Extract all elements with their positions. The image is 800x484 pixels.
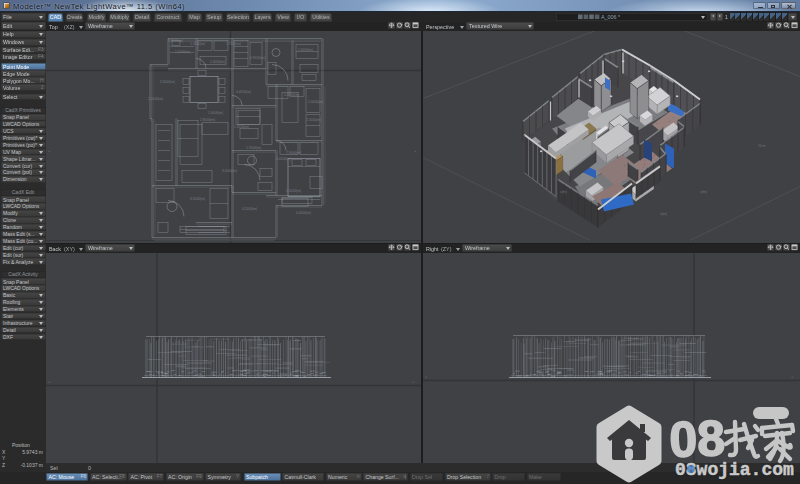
svg-text:c(m): c(m) (700, 189, 707, 193)
svg-text:2.2000(m): 2.2000(m) (148, 96, 163, 100)
svg-text:1.5000(m): 1.5000(m) (286, 188, 301, 192)
svg-text:1.3500(m): 1.3500(m) (190, 41, 205, 45)
svg-text:1.7000(m): 1.7000(m) (246, 145, 261, 149)
svg-text:4.4000(m): 4.4000(m) (284, 92, 299, 96)
svg-text:3.5000(m): 3.5000(m) (190, 196, 205, 200)
svg-text:c(m): c(m) (660, 211, 667, 215)
svg-text:4.4500(m): 4.4500(m) (236, 89, 251, 93)
svg-text:1.9000(m): 1.9000(m) (168, 38, 183, 42)
svg-text:0.9000(m): 0.9000(m) (250, 55, 265, 59)
svg-text:2.0000(m): 2.0000(m) (308, 99, 323, 103)
svg-text:1.3500(m): 1.3500(m) (234, 124, 249, 128)
svg-text:1.6000(m): 1.6000(m) (298, 47, 313, 51)
svg-text:4.4500(m): 4.4500(m) (276, 156, 291, 160)
svg-text:1.1000(m): 1.1000(m) (175, 49, 190, 53)
svg-text:2.8000(m): 2.8000(m) (200, 117, 215, 121)
svg-text:A_006 *: A_006 * (601, 14, 621, 20)
svg-text:4.2000(m): 4.2000(m) (242, 206, 257, 210)
svg-text:1.0000(m): 1.0000(m) (208, 110, 223, 114)
svg-text:2.5000(m): 2.5000(m) (306, 117, 321, 121)
svg-text:7.9000(m): 7.9000(m) (286, 150, 301, 154)
svg-text:2.4000(m): 2.4000(m) (210, 59, 225, 63)
svg-text:4.4000(m): 4.4000(m) (296, 210, 311, 214)
svg-text:3.3000(m): 3.3000(m) (160, 79, 175, 83)
svg-text:2.7000(m): 2.7000(m) (226, 41, 241, 45)
svg-text:3.0000(m): 3.0000(m) (222, 168, 237, 172)
svg-text:c(m): c(m) (560, 189, 567, 193)
svg-text:10 m: 10 m (758, 143, 766, 147)
